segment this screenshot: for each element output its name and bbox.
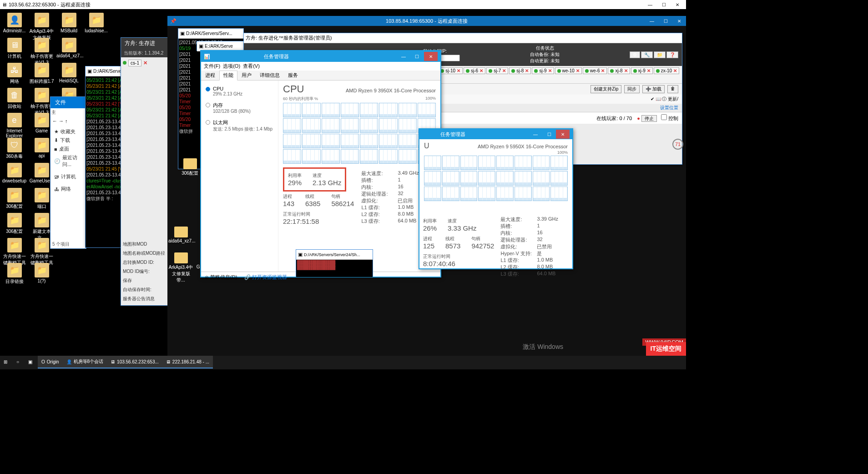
- server-tab[interactable]: sj-6 ✕: [464, 67, 485, 74]
- stop-button[interactable]: 停止: [641, 115, 657, 122]
- taskbar-item[interactable]: 🖥103.56.62.232:653...: [107, 356, 162, 368]
- cpu-core-graph: [515, 187, 532, 201]
- inner-rdp-titlebar[interactable]: 📌 103.85.84.198:65300 - 远程桌面连接 — ☐ ✕: [167, 16, 686, 26]
- tm1-side-cpu[interactable]: CPU29% 2.13 GHz: [205, 84, 274, 100]
- ark1-title: 方舟: 生存进: [125, 40, 155, 47]
- cpu-core-graph: [322, 103, 340, 117]
- badge-counter: 71: [672, 139, 683, 150]
- minimize-button[interactable]: —: [643, 0, 657, 9]
- tm1-close[interactable]: ✕: [424, 52, 438, 61]
- inner-desktop-icon[interactable]: 306配置: [177, 158, 202, 176]
- desktop-icon[interactable]: 📁306配置: [2, 213, 27, 235]
- tm-tab[interactable]: 服务: [284, 71, 302, 80]
- cpu-info-row: L1 缓存:1.0 MB: [361, 204, 419, 211]
- tm2-cpu-name: AMD Ryzen 9 5950X 16-Core Processor: [478, 144, 568, 149]
- desktop-icon[interactable]: 🗑回收站: [2, 88, 27, 110]
- tm1-tabs[interactable]: 进程性能用户详细信息服务: [201, 71, 440, 81]
- cpu-core-graph: [302, 149, 320, 164]
- taskbar-item[interactable]: OOrigin: [38, 356, 62, 368]
- desktop-icon[interactable]: 📁ludashise...: [84, 13, 109, 33]
- desktop-icon[interactable]: 🖥计算机: [2, 38, 27, 60]
- close-button[interactable]: ✕: [671, 0, 684, 9]
- tm-tab[interactable]: 详细信息: [256, 71, 284, 80]
- taskbar-item[interactable]: 👤机房等8个会话: [63, 356, 107, 368]
- tool-btn[interactable]: ❓: [666, 51, 678, 58]
- tm1-menus[interactable]: 文件(F) 选项(O) 查看(V): [201, 62, 440, 71]
- taskbar-item[interactable]: 🖥222.186.21.48 - ...: [162, 356, 213, 368]
- tm1-max[interactable]: ☐: [410, 52, 424, 61]
- explorer-nav: ★ 收藏夹 ⬇ 下载 ■ 桌面 🕘 最近访问... 🖳 计算机 🖧 网络: [50, 126, 86, 195]
- nav-desktop[interactable]: ■ 桌面: [52, 145, 84, 153]
- tm1-min[interactable]: —: [397, 52, 410, 61]
- ctrl-check[interactable]: [661, 114, 667, 120]
- server-tab[interactable]: sj-7 ✕: [486, 67, 508, 74]
- add-button[interactable]: ➕ 加载: [642, 85, 665, 93]
- tool-btn[interactable]: 📁: [654, 51, 666, 58]
- server-tab[interactable]: xj-9 ✕: [631, 67, 653, 74]
- nav-fav[interactable]: ★ 收藏夹: [52, 127, 84, 136]
- nav-dl[interactable]: ⬇ 下载: [52, 136, 84, 145]
- desktop-icon[interactable]: 📁图标跨服1.7: [29, 63, 54, 85]
- desktop-icon[interactable]: 📁柚子伤害更改V1.3: [29, 38, 54, 66]
- server-tab[interactable]: zx-10 ✕: [654, 67, 679, 74]
- tm-tab[interactable]: 性能: [219, 71, 237, 81]
- server-tab[interactable]: sj-10 ✕: [438, 67, 463, 74]
- ark1-tab[interactable]: cs-1: [128, 60, 141, 66]
- cpu-core-graph: [478, 187, 495, 201]
- cpu-core-graph: [322, 118, 340, 133]
- resmon-link[interactable]: 🔗 打开资源监视器: [244, 274, 287, 280]
- desktop-icon[interactable]: 👤Administr...: [2, 13, 27, 33]
- tool-btn[interactable]: 🔧: [641, 51, 653, 58]
- desktop-icon[interactable]: 📁aida64_xz7...: [56, 38, 81, 58]
- desktop-icon[interactable]: 📁1(?): [29, 263, 54, 283]
- desktop-icon[interactable]: 🛡360杀毒: [2, 138, 27, 160]
- tm1-side-eth[interactable]: 以太网发送: 2.5 Mbps 接收: 1.4 Mbp: [205, 117, 274, 136]
- ark2-wintitle: 方舟: 生存进化™服务器管理器(管理员): [246, 35, 332, 41]
- tm2-close[interactable]: ✕: [556, 130, 570, 139]
- tm2-max[interactable]: ☐: [542, 130, 556, 139]
- cpu-core-graph: [379, 149, 397, 164]
- tm2-min[interactable]: —: [529, 130, 542, 139]
- taskbar-item[interactable]: ⊞: [0, 356, 13, 368]
- taskbar-item[interactable]: ▣: [25, 356, 38, 368]
- desktop-icon[interactable]: 📁dxwebsetup: [2, 163, 27, 183]
- tm-tab[interactable]: 用户: [237, 71, 256, 80]
- desktop-icon[interactable]: 📁目录链接: [2, 263, 27, 285]
- desktop-icon[interactable]: 📁HeidiSQL: [56, 63, 81, 83]
- brief-link[interactable]: ⊙ 简略信息(D): [205, 274, 237, 280]
- maximize-button[interactable]: ☐: [657, 0, 671, 9]
- server-tab[interactable]: we-10 ✕: [555, 67, 582, 74]
- inner-desktop-icon[interactable]: aida64_xz7...: [168, 227, 193, 251]
- desktop-icon[interactable]: 📁306配置: [2, 188, 27, 210]
- desktop-icon[interactable]: 🖧网络: [2, 63, 27, 85]
- cpu-info-row: 逻辑处理器:32: [361, 191, 419, 197]
- nav-recent[interactable]: 🕘 最近访问...: [52, 153, 84, 169]
- server-tab[interactable]: we-6 ✕: [583, 67, 607, 74]
- inner-desktop-icon[interactable]: ArkApi3.4中文修复版带...: [168, 252, 193, 283]
- del-button[interactable]: 🗑: [667, 85, 678, 93]
- tm1-side-mem[interactable]: 内存102/128 GB (80%): [205, 100, 274, 117]
- home-menu[interactable]: 主: [50, 108, 86, 116]
- tm-tab[interactable]: 进程: [201, 71, 219, 80]
- nav-pc[interactable]: 🖳 计算机: [52, 172, 84, 181]
- tm1-cpu-name: AMD Ryzen 9 3950X 16-Core Processor: [346, 88, 436, 93]
- nav-net[interactable]: 🖧 网络: [52, 185, 84, 193]
- desktop-icon[interactable]: 📁MSBuild: [56, 13, 81, 33]
- desktop-icon[interactable]: eInternet Explorer: [2, 113, 27, 138]
- file-menu[interactable]: 文件: [50, 97, 86, 108]
- cpu-info-row: 最大速度:3.49 GHz: [361, 170, 419, 177]
- tool-btn[interactable]: ⚙: [630, 51, 640, 58]
- cpu-core-graph: [399, 134, 417, 148]
- inner-close[interactable]: ✕: [672, 16, 686, 25]
- server-tab[interactable]: sj-8 ✕: [509, 67, 531, 74]
- console4: ▣D:/ARK/Servers/Server24/Sh... █████████…: [296, 249, 373, 277]
- inner-min[interactable]: —: [645, 16, 659, 25]
- inner-max[interactable]: ☐: [659, 16, 672, 25]
- cpu-info-row: L3 缓存:64.0 MB: [500, 271, 558, 277]
- zip-button[interactable]: 创建支持Zip: [590, 85, 621, 93]
- sync-button[interactable]: 同步: [624, 85, 640, 93]
- cpu-info-row: Hyper-V 支持:是: [500, 250, 558, 257]
- taskbar-item[interactable]: ○: [13, 356, 25, 368]
- server-tab[interactable]: xj-8 ✕: [608, 67, 630, 74]
- server-tab[interactable]: sj-9 ✕: [532, 67, 554, 74]
